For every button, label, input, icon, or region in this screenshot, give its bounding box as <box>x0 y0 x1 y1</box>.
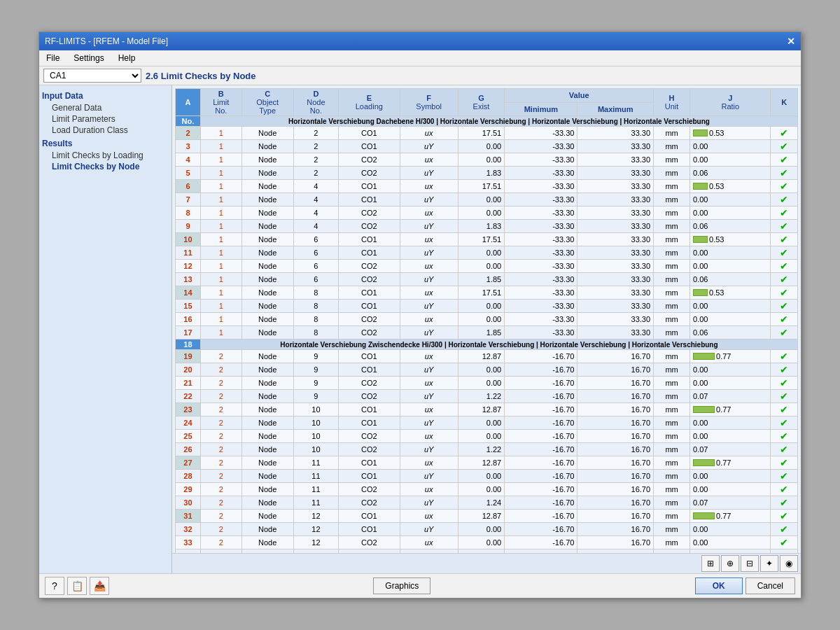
sidebar-item-load-duration-class[interactable]: Load Duration Class <box>42 125 169 136</box>
cell-unit: mm <box>654 523 690 536</box>
bottom-bar: ? 📋 📤 Graphics OK Cancel <box>39 573 801 598</box>
cell-symbol: ux <box>400 536 458 550</box>
cell-max: 16.70 <box>578 350 654 363</box>
cancel-button[interactable]: Cancel <box>746 578 795 594</box>
cell-symbol: ux <box>400 233 458 246</box>
menu-settings[interactable]: Settings <box>69 52 108 64</box>
ok-button[interactable]: OK <box>695 578 743 594</box>
cell-ratio: 0.00 <box>690 483 771 496</box>
export-button[interactable]: 📤 <box>90 577 109 595</box>
table-row[interactable]: 30 2 Node 11 CO2 uY 1.24 -16.70 16.70 mm… <box>176 496 798 510</box>
cell-max: 33.30 <box>578 153 654 167</box>
table-row[interactable]: 29 2 Node 11 CO2 ux 0.00 -16.70 16.70 mm… <box>176 483 798 496</box>
table-container[interactable]: A BLimitNo. CObjectType DNodeNo. ELoadin… <box>172 85 801 553</box>
cell-max: 33.30 <box>578 313 654 326</box>
cell-min: -16.70 <box>505 510 578 523</box>
cell-symbol: uY <box>400 496 458 510</box>
cell-loading: CO1 <box>339 510 400 523</box>
cell-unit: mm <box>654 510 690 523</box>
table-row[interactable]: 19 2 Node 9 CO1 ux 12.87 -16.70 16.70 mm… <box>176 350 798 363</box>
toolbar-icon-4[interactable]: ✦ <box>760 555 778 572</box>
cell-unit: mm <box>654 456 690 470</box>
table-row[interactable]: 33 2 Node 12 CO2 ux 0.00 -16.70 16.70 mm… <box>176 536 798 550</box>
toolbar-icon-5[interactable]: ◉ <box>780 555 798 572</box>
cell-node: 8 <box>293 326 338 340</box>
cell-exist: 1.22 <box>458 390 504 403</box>
cell-limit: 1 <box>200 286 241 300</box>
table-row[interactable]: 5 1 Node 2 CO2 uY 1.83 -33.30 33.30 mm 0… <box>176 167 798 180</box>
sidebar-item-limit-checks-by-node[interactable]: Limit Checks by Node <box>42 161 169 172</box>
sidebar-item-general-data[interactable]: General Data <box>42 102 169 113</box>
table-row[interactable]: 25 2 Node 10 CO2 ux 0.00 -16.70 16.70 mm… <box>176 430 798 443</box>
table-row[interactable]: 10 1 Node 6 CO1 ux 17.51 -33.30 33.30 mm… <box>176 233 798 246</box>
cell-loading: CO2 <box>339 443 400 456</box>
help-button[interactable]: ? <box>45 577 64 595</box>
table-row[interactable]: 32 2 Node 12 CO1 uY 0.00 -16.70 16.70 mm… <box>176 523 798 536</box>
cell-loading: CO1 <box>339 403 400 416</box>
table-toolbar: ⊞ ⊕ ⊟ ✦ ◉ <box>172 553 801 573</box>
toolbar-icon-3[interactable]: ⊟ <box>741 555 759 572</box>
table-row[interactable]: 23 2 Node 10 CO1 ux 12.87 -16.70 16.70 m… <box>176 403 798 416</box>
table-row[interactable]: 31 2 Node 12 CO1 ux 12.87 -16.70 16.70 m… <box>176 510 798 523</box>
table-row[interactable]: 9 1 Node 4 CO2 uY 1.83 -33.30 33.30 mm 0… <box>176 220 798 233</box>
close-button[interactable]: ✕ <box>787 36 795 47</box>
cell-type: Node <box>241 140 293 153</box>
cell-unit: mm <box>654 233 690 246</box>
cell-ratio: 0.00 <box>690 193 771 206</box>
cell-type: Node <box>241 443 293 456</box>
sidebar-item-limit-parameters[interactable]: Limit Parameters <box>42 113 169 125</box>
table-row[interactable]: 21 2 Node 9 CO2 ux 0.00 -16.70 16.70 mm … <box>176 377 798 390</box>
cell-min: -16.70 <box>505 390 578 403</box>
table-row[interactable]: 28 2 Node 11 CO1 uY 0.00 -16.70 16.70 mm… <box>176 470 798 483</box>
cell-ratio: 0.07 <box>690 390 771 403</box>
table-row[interactable]: 3 1 Node 2 CO1 uY 0.00 -33.30 33.30 mm 0… <box>176 140 798 153</box>
ca-select[interactable]: CA1 <box>43 69 141 83</box>
col-header-g-exist: GExist <box>458 89 504 116</box>
cell-ratio: 0.06 <box>690 273 771 286</box>
cell-unit: mm <box>654 377 690 390</box>
cell-max: 33.30 <box>578 273 654 286</box>
cell-no: 7 <box>176 193 201 206</box>
table-row[interactable]: 11 1 Node 6 CO1 uY 0.00 -33.30 33.30 mm … <box>176 246 798 260</box>
cell-ratio: 0.00 <box>690 416 771 430</box>
table-row[interactable]: 13 1 Node 6 CO2 uY 1.85 -33.30 33.30 mm … <box>176 273 798 286</box>
menu-file[interactable]: File <box>42 52 64 64</box>
table-row[interactable]: 2 1 Node 2 CO1 ux 17.51 -33.30 33.30 mm … <box>176 127 798 140</box>
table-row[interactable]: 4 1 Node 2 CO2 ux 0.00 -33.30 33.30 mm 0… <box>176 153 798 167</box>
table-row[interactable]: 20 2 Node 9 CO1 uY 0.00 -16.70 16.70 mm … <box>176 363 798 377</box>
cell-check: ✔ <box>771 470 798 483</box>
toolbar-icon-2[interactable]: ⊕ <box>721 555 739 572</box>
cell-loading: CO2 <box>339 260 400 273</box>
table-row[interactable]: 12 1 Node 6 CO2 ux 0.00 -33.30 33.30 mm … <box>176 260 798 273</box>
info-button[interactable]: 📋 <box>67 577 87 595</box>
table-row[interactable]: 16 1 Node 8 CO2 ux 0.00 -33.30 33.30 mm … <box>176 313 798 326</box>
results-table: A BLimitNo. CObjectType DNodeNo. ELoadin… <box>175 88 798 553</box>
sidebar-item-limit-checks-by-loading[interactable]: Limit Checks by Loading <box>42 150 169 161</box>
table-row[interactable]: 27 2 Node 11 CO1 ux 12.87 -16.70 16.70 m… <box>176 456 798 470</box>
cell-min: -16.70 <box>505 416 578 430</box>
cell-unit: mm <box>654 220 690 233</box>
cell-unit: mm <box>654 496 690 510</box>
cell-no: 11 <box>176 246 201 260</box>
graphics-button[interactable]: Graphics <box>373 578 430 594</box>
table-row[interactable]: 8 1 Node 4 CO2 ux 0.00 -33.30 33.30 mm 0… <box>176 206 798 220</box>
cell-check: ✔ <box>771 246 798 260</box>
cell-node: 10 <box>293 430 338 443</box>
group1-header: Horizontale Verschiebung Dachebene H/300… <box>200 116 797 127</box>
cell-node: 6 <box>293 246 338 260</box>
cell-limit: 2 <box>200 536 241 550</box>
cell-ratio: 0.00 <box>690 470 771 483</box>
toolbar-icon-1[interactable]: ⊞ <box>701 555 720 572</box>
table-row[interactable]: 7 1 Node 4 CO1 uY 0.00 -33.30 33.30 mm 0… <box>176 193 798 206</box>
table-row[interactable]: 26 2 Node 10 CO2 uY 1.22 -16.70 16.70 mm… <box>176 443 798 456</box>
menu-help[interactable]: Help <box>114 52 140 64</box>
cell-node: 10 <box>293 416 338 430</box>
table-row[interactable]: 22 2 Node 9 CO2 uY 1.22 -16.70 16.70 mm … <box>176 390 798 403</box>
cell-max: 33.30 <box>578 326 654 340</box>
cell-max: 16.70 <box>578 363 654 377</box>
table-row[interactable]: 6 1 Node 4 CO1 ux 17.51 -33.30 33.30 mm … <box>176 180 798 193</box>
table-row[interactable]: 15 1 Node 8 CO1 uY 0.00 -33.30 33.30 mm … <box>176 300 798 313</box>
table-row[interactable]: 24 2 Node 10 CO1 uY 0.00 -16.70 16.70 mm… <box>176 416 798 430</box>
table-row[interactable]: 17 1 Node 8 CO2 uY 1.85 -33.30 33.30 mm … <box>176 326 798 340</box>
table-row[interactable]: 14 1 Node 8 CO1 ux 17.51 -33.30 33.30 mm… <box>176 286 798 300</box>
